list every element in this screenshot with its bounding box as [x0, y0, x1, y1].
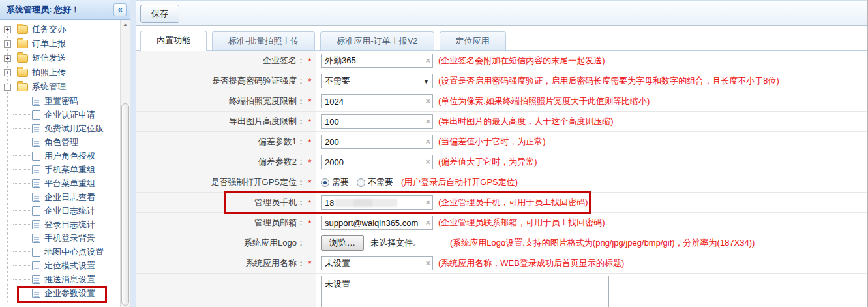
tree-stub [13, 210, 30, 211]
document-icon [32, 138, 40, 147]
tree-item-photo-upload[interactable]: + 拍照上传 [4, 65, 130, 80]
deviation-2-input[interactable] [321, 155, 433, 169]
sidebar: 系统管理员: 您好！ « + 任务交办 + 订单上报 + 短信发送 + [0, 0, 130, 307]
field-hint: (企业签名会附加在短信内容的末尾一起发送) [438, 55, 605, 67]
tab-order-report-v2[interactable]: 标准应用-订单上报V2 [320, 31, 434, 50]
sidebar-splitter[interactable] [130, 0, 136, 307]
gps-radio-group: 需要 不需要 [321, 176, 401, 188]
tree-stub [13, 169, 30, 170]
tree-item-label: 订单上报 [32, 38, 66, 50]
label-text: 是否强制打开GPS定位： [211, 176, 305, 188]
tab-location-app[interactable]: 定位应用 [440, 31, 506, 50]
label-text: 企业签名： [263, 55, 305, 67]
admin-email-input[interactable] [321, 216, 433, 230]
field-label [136, 274, 316, 307]
form-row-app-name: 系统应用名称：* (系统应用名称，WEB登录成功后首页显示的标题) [136, 253, 867, 274]
app-name-input[interactable] [321, 256, 433, 270]
tree-leaf-location-mode[interactable]: 定位模式设置 [13, 259, 130, 272]
radio-option-label[interactable]: 需要 [332, 176, 349, 188]
tree-leaf-log-stats[interactable]: 企业日志统计 [13, 204, 130, 218]
tree-leaf-reset-password[interactable]: 重置密码 [13, 94, 130, 108]
save-button[interactable]: 保存 [140, 5, 179, 23]
tree-leaf-label: 用户角色授权 [44, 150, 95, 162]
collapse-minus-icon[interactable]: - [4, 84, 11, 91]
tree-leaf-enterprise-params[interactable]: 企业参数设置 [13, 286, 130, 300]
signature-input[interactable] [321, 54, 433, 68]
tab-builtin-functions[interactable]: 内置功能 [140, 31, 207, 51]
tree-item-tasks[interactable]: + 任务交办 [4, 22, 130, 37]
field-hint: (偏差值大于它时，为异常) [438, 156, 537, 168]
document-icon [32, 193, 40, 202]
password-strength-select[interactable]: 不需要 [321, 74, 433, 88]
file-status-text: 未选择文件。 [370, 237, 421, 249]
field-hint: (企业管理员联系邮箱，可用于员工找回密码) [438, 217, 605, 229]
form-row-signature: 企业签名：* (企业签名会附加在短信内容的末尾一起发送) [136, 51, 867, 71]
expand-plus-icon[interactable]: + [4, 69, 11, 76]
tree-item-sms[interactable]: + 短信发送 [4, 51, 130, 65]
field-hint: (系统应用Logo设置.支持的图片格式为(png/jpg/jpeg/bmp/gi… [450, 237, 755, 249]
tree-leaf-log-view[interactable]: 企业日志查看 [13, 190, 130, 204]
radio-selected-icon[interactable] [321, 178, 329, 187]
sidebar-collapse-button[interactable]: « [113, 3, 127, 16]
tree-leaf-label: 地图中心点设置 [44, 246, 104, 258]
photo-width-input[interactable] [321, 94, 433, 108]
field-hint: (当偏差值小于它时，为正常) [438, 136, 546, 148]
tree-leaf-enterprise-cert[interactable]: 企业认证申请 [13, 108, 130, 121]
main-panel: 保存 内置功能 标准-批量拍照上传 标准应用-订单上报V2 定位应用 企业签名：… [136, 0, 868, 307]
description-textarea[interactable]: 未设置 [321, 276, 609, 307]
tree-leaf-mobile-menu[interactable]: 手机菜单重组 [13, 163, 130, 176]
clear-icon[interactable] [425, 56, 430, 65]
clear-icon[interactable] [425, 137, 430, 146]
input-wrapper [321, 54, 433, 68]
tree-item-order-report[interactable]: + 订单上报 [4, 37, 130, 51]
field-label: 是否强制打开GPS定位：* [136, 172, 316, 192]
required-asterisk: * [307, 198, 313, 208]
field-area: (单位为像素.如果终端拍照照片宽度大于此值则等比缩小) [316, 94, 650, 108]
tree-leaf-login-bg[interactable]: 手机登录背景 [13, 231, 130, 245]
field-label: 是否提高密码验证强度：* [136, 71, 316, 91]
required-asterisk: * [307, 117, 313, 127]
sidebar-scrollbar[interactable] [120, 20, 130, 307]
document-icon [32, 220, 40, 229]
clear-icon[interactable] [425, 96, 430, 106]
expand-plus-icon[interactable]: + [4, 26, 11, 33]
admin-phone-input[interactable]: 18 [321, 195, 433, 210]
tree-leaf-platform-menu[interactable]: 平台菜单重组 [13, 176, 130, 190]
scroll-up-arrow-icon[interactable] [121, 20, 130, 29]
tab-batch-photo-upload[interactable]: 标准-批量拍照上传 [212, 31, 315, 50]
radio-option-label[interactable]: 不需要 [368, 176, 393, 188]
scrollbar-thumb[interactable] [121, 103, 129, 306]
tree-leaf-role-mgmt[interactable]: 角色管理 [13, 135, 130, 149]
expand-plus-icon[interactable]: + [4, 55, 11, 62]
radio-unselected-icon[interactable] [357, 178, 365, 187]
label-text: 偏差参数2： [258, 156, 305, 168]
clear-icon[interactable] [425, 258, 430, 268]
tree-leaf-login-stats[interactable]: 登录日志统计 [13, 218, 130, 231]
tree-stub [13, 101, 30, 101]
clear-icon[interactable] [425, 157, 430, 167]
open-folder-icon [17, 83, 28, 91]
browse-file-button[interactable]: 浏览… [321, 235, 364, 251]
label-text: 管理员手机： [254, 197, 305, 208]
required-asterisk: * [307, 97, 313, 106]
tree-leaf-user-role-auth[interactable]: 用户角色授权 [13, 149, 130, 163]
clear-icon[interactable] [425, 197, 430, 207]
label-text: 是否提高密码验证强度： [212, 75, 305, 87]
field-hint: (企业管理员手机，可用于员工找回密码) [438, 197, 588, 208]
tree-item-system-mgmt[interactable]: - 系统管理 [4, 80, 130, 94]
tree-leaf-map-center[interactable]: 地图中心点设置 [13, 245, 130, 259]
input-wrapper [321, 155, 433, 169]
tree-stub [13, 155, 30, 156]
deviation-1-input[interactable] [321, 135, 433, 149]
export-height-input[interactable] [321, 114, 433, 129]
clear-icon[interactable] [425, 116, 430, 126]
expand-plus-icon[interactable]: + [4, 40, 11, 48]
tree-leaf-push-msg[interactable]: 推送消息设置 [13, 272, 130, 286]
clear-icon[interactable] [425, 218, 430, 227]
tree-leaf-free-trial[interactable]: 免费试用定位版 [13, 121, 130, 135]
field-area: 浏览… 未选择文件。 (系统应用Logo设置.支持的图片格式为(png/jpg/… [316, 235, 755, 251]
tree-stub [13, 142, 30, 142]
field-label: 偏差参数2：* [136, 152, 316, 172]
input-wrapper [321, 256, 433, 270]
field-area: 未设置 [316, 274, 609, 307]
